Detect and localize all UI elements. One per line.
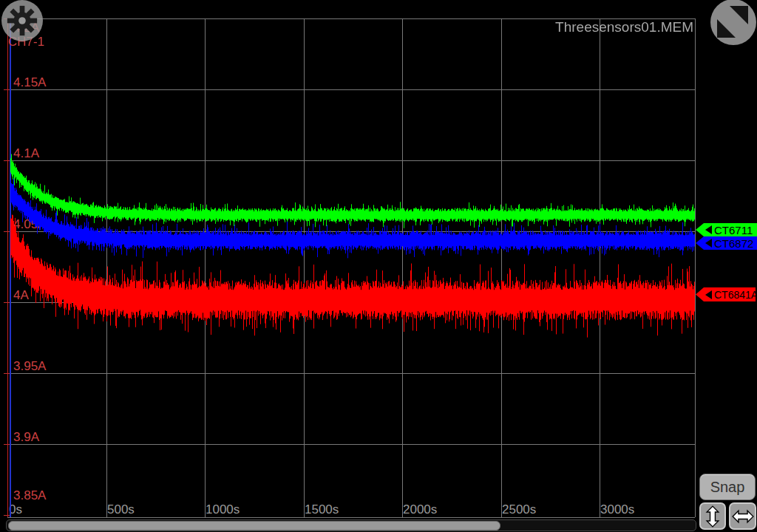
horizontal-arrows-icon <box>731 507 755 526</box>
snap-button[interactable]: Snap <box>699 474 756 500</box>
sensor-tag-label: CT6711 <box>714 224 753 236</box>
sensor-tag-label: CT6872 <box>714 237 753 250</box>
sensor-tag-ct6872[interactable]: CT6872 <box>696 236 757 250</box>
waveform-traces <box>7 18 695 517</box>
plot-bottom-border <box>7 517 695 518</box>
vertical-arrows-icon <box>703 505 722 528</box>
recorder-screen: 4.2A4.15A4.1A4.05A4A3.95A3.9A3.85A0s500s… <box>0 0 757 532</box>
sensor-tag-label: CT6841A <box>714 289 757 301</box>
sensor-tag-ct6841a[interactable]: CT6841A <box>696 287 756 301</box>
vertical-pan-button[interactable] <box>699 502 726 530</box>
tag-arrow-icon <box>705 290 712 299</box>
filename-label: Threesensors01.MEM <box>555 19 693 35</box>
tag-arrow-icon <box>705 225 712 234</box>
time-scrollbar-track[interactable] <box>6 519 696 531</box>
horizontal-pan-button[interactable] <box>729 502 756 530</box>
tag-arrow-icon <box>705 239 712 248</box>
settings-button[interactable] <box>1 0 43 41</box>
plot-right-border <box>695 18 696 517</box>
time-scrollbar-thumb[interactable] <box>8 521 500 531</box>
gear-icon <box>5 4 39 38</box>
waveform-plot-area[interactable]: 4.2A4.15A4.1A4.05A4A3.95A3.9A3.85A0s500s… <box>0 0 757 532</box>
snap-button-label: Snap <box>710 479 745 496</box>
diagonal-collapse-icon <box>710 0 756 45</box>
sensor-tag-ct6711[interactable]: CT6711 <box>696 223 757 236</box>
collapse-view-button[interactable] <box>710 0 756 45</box>
